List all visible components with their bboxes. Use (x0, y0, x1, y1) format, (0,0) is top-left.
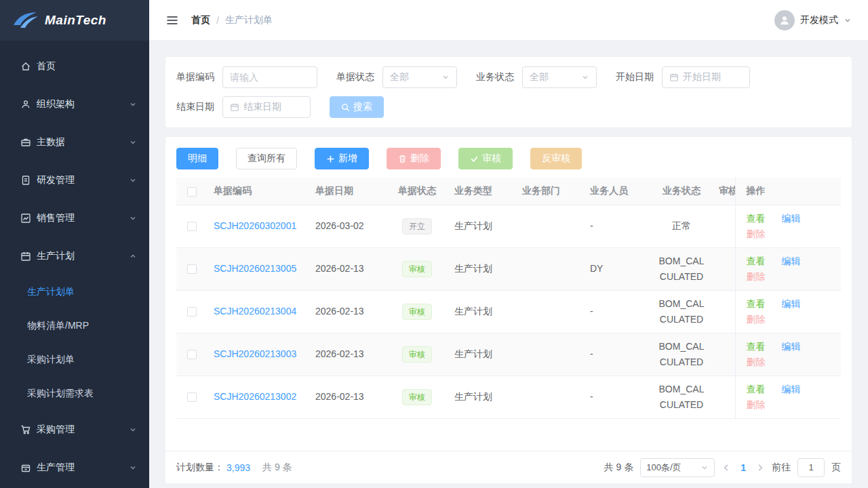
sidebar-subitem-label: 采购计划需求表 (27, 388, 94, 400)
sidebar-item-production-plan[interactable]: 生产计划 (0, 237, 149, 275)
doc-date: 2026-02-13 (309, 333, 387, 375)
query-all-button[interactable]: 查询所有 (236, 148, 297, 169)
view-link[interactable]: 查看 (747, 341, 766, 352)
detail-button[interactable]: 明细 (176, 148, 218, 169)
prev-page-icon[interactable] (722, 463, 731, 472)
main-area: 首页 / 生产计划单 开发模式 单据编码 (149, 0, 868, 488)
view-link[interactable]: 查看 (747, 256, 766, 266)
doc-code-link[interactable]: SCJH20260302001 (214, 218, 302, 234)
sidebar-item-sales[interactable]: 销售管理 (0, 199, 149, 237)
end-date-picker[interactable]: 结束日期 (222, 96, 311, 118)
chevron-up-icon (129, 252, 137, 260)
delete-link[interactable]: 删除 (747, 399, 766, 410)
doc-date: 2026-02-13 (309, 247, 387, 290)
sidebar-item-purchase[interactable]: 采购管理 (0, 411, 149, 449)
app-root: MainTech 首页 组织架构 主数据 研发管理 (0, 0, 868, 488)
doc-code-link[interactable]: SCJH20260213002 (214, 389, 302, 405)
table-panel: 明细 查询所有 新增 删除 审核 反审核 (165, 137, 852, 483)
breadcrumb-home[interactable]: 首页 (191, 14, 210, 26)
sidebar-item-master-data[interactable]: 主数据 (0, 123, 149, 161)
sidebar-item-home[interactable]: 首页 (0, 47, 149, 85)
delete-button[interactable]: 删除 (387, 148, 441, 169)
edit-link[interactable]: 编辑 (781, 213, 800, 224)
filter-end-date: 结束日期 结束日期 (176, 96, 311, 118)
next-page-icon[interactable] (755, 463, 765, 472)
sidebar-subitem-purchase-demand[interactable]: 采购计划需求表 (0, 377, 149, 411)
sidebar-item-label: 主数据 (37, 136, 129, 148)
sidebar-item-production-mgmt[interactable]: 生产管理 (0, 449, 149, 487)
view-link[interactable]: 查看 (747, 213, 766, 224)
edit-link[interactable]: 编辑 (781, 256, 800, 266)
sidebar-item-rd[interactable]: 研发管理 (0, 161, 149, 199)
sidebar-nav: 首页 组织架构 主数据 研发管理 销售管理 (0, 41, 149, 487)
add-button[interactable]: 新增 (315, 148, 369, 169)
chevron-down-icon (581, 73, 589, 81)
detail-button-label: 明细 (188, 152, 207, 165)
edit-link[interactable]: 编辑 (781, 298, 800, 309)
logo: MainTech (0, 0, 149, 41)
doc-code-input[interactable] (230, 72, 310, 83)
audit-button[interactable]: 审核 (458, 148, 513, 169)
sidebar-subitem-purchase-plan[interactable]: 采购计划单 (0, 343, 149, 377)
search-button[interactable]: 搜索 (330, 96, 384, 118)
view-link[interactable]: 查看 (747, 298, 766, 309)
delete-link[interactable]: 删除 (747, 314, 766, 325)
delete-link[interactable]: 删除 (747, 271, 766, 282)
sidebar-subitem-bom-mrp[interactable]: 物料清单/MRP (0, 309, 149, 343)
table-row: SCJH20260213004 2026-02-13 审核 生产计划 - BOM… (176, 290, 841, 333)
page-number-1[interactable]: 1 (738, 462, 749, 473)
doc-code-label: 单据编码 (176, 71, 214, 83)
table-row: SCJH20260213003 2026-02-13 审核 生产计划 - BOM… (176, 333, 841, 375)
row-checkbox[interactable] (187, 350, 197, 359)
chevron-down-icon (129, 464, 137, 472)
delete-link[interactable]: 删除 (747, 228, 766, 239)
toolbar: 明细 查询所有 新增 删除 审核 反审核 (176, 148, 841, 169)
sidebar-subitem-label: 采购计划单 (27, 354, 75, 366)
page-size-select[interactable]: 100条/页 (640, 458, 715, 477)
chevron-down-icon (129, 426, 137, 434)
start-date-picker[interactable]: 开始日期 (662, 66, 750, 88)
delete-link[interactable]: 删除 (747, 357, 766, 367)
biz-dept (515, 247, 583, 290)
sidebar-subitem-production-plan-doc[interactable]: 生产计划单 (0, 275, 149, 309)
pagination: 共 9 条 100条/页 1 前往 页 (604, 458, 841, 477)
filter-start-date: 开始日期 开始日期 (616, 66, 750, 88)
biz-status-label: 业务状态 (476, 71, 514, 83)
biz-person: - (583, 290, 651, 333)
doc-code-link[interactable]: SCJH20260213005 (214, 261, 302, 277)
select-all-checkbox[interactable] (187, 187, 197, 197)
query-all-button-label: 查询所有 (248, 152, 285, 165)
doc-date: 2026-03-02 (309, 205, 387, 247)
edit-link[interactable]: 编辑 (781, 341, 800, 352)
logo-text: MainTech (45, 13, 106, 28)
unaudit-button[interactable]: 反审核 (530, 148, 582, 169)
chevron-down-icon (844, 16, 852, 24)
page-size-value: 100条/页 (646, 462, 681, 474)
goto-page-input[interactable] (797, 458, 825, 477)
biz-status: 正常 (651, 205, 712, 247)
doc-status-tag: 审核 (402, 261, 432, 277)
production-plan-submenu: 生产计划单 物料清单/MRP 采购计划单 采购计划需求表 (0, 275, 149, 411)
view-link[interactable]: 查看 (747, 384, 766, 394)
calendar-icon (669, 73, 679, 82)
chevron-down-icon (129, 100, 137, 108)
doc-status-select[interactable]: 全部 (382, 66, 457, 88)
sidebar-item-org[interactable]: 组织架构 (0, 85, 149, 123)
column-header-doc-status: 单据状态 (387, 178, 448, 205)
row-checkbox[interactable] (187, 392, 197, 402)
doc-code-link[interactable]: SCJH20260213004 (214, 304, 302, 319)
check-icon (470, 155, 479, 163)
table-header-row: 单据编码 单据日期 单据状态 业务类型 业务部门 业务人员 业务状态 审核 操作 (176, 178, 841, 205)
edit-link[interactable]: 编辑 (781, 384, 800, 394)
biz-status-select[interactable]: 全部 (522, 66, 597, 88)
biz-dept (515, 375, 583, 418)
row-checkbox[interactable] (187, 307, 197, 317)
biz-person: - (583, 375, 651, 418)
hamburger-menu-icon[interactable] (165, 14, 179, 27)
audit-cell (712, 247, 735, 290)
plus-icon (326, 155, 335, 163)
row-checkbox[interactable] (187, 264, 197, 274)
row-checkbox[interactable] (187, 222, 197, 231)
doc-code-link[interactable]: SCJH20260213003 (214, 346, 302, 362)
user-menu[interactable]: 开发模式 (774, 10, 852, 30)
